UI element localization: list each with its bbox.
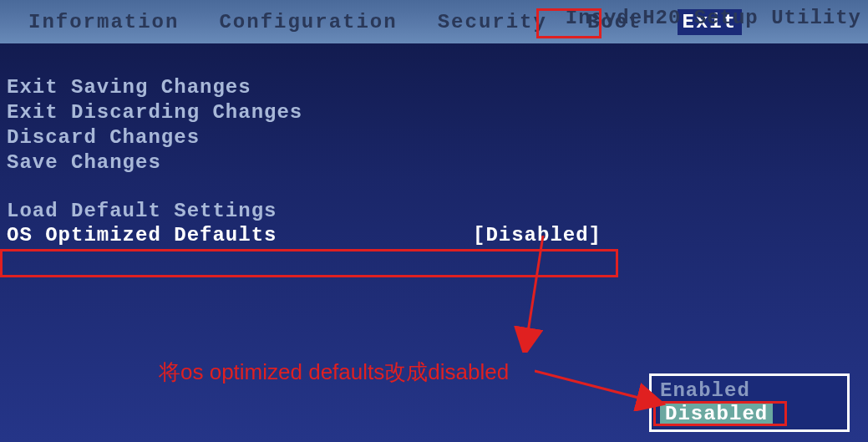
tab-information[interactable]: Information	[23, 9, 184, 35]
menu-save-changes[interactable]: Save Changes	[5, 150, 868, 175]
utility-title: InsydeH20 Setup Utility	[566, 7, 861, 29]
popup-option-disabled[interactable]: Disabled	[660, 403, 773, 426]
os-optimized-label: OS Optimized Defaults	[5, 224, 473, 246]
menu-os-optimized-defaults[interactable]: OS Optimized Defaults [Disabled]	[5, 224, 868, 246]
svg-line-0	[526, 236, 543, 343]
annotation-box-os-optimized	[0, 249, 618, 277]
annotation-arrow-down-icon	[501, 236, 568, 353]
menu-exit-saving[interactable]: Exit Saving Changes	[5, 75, 868, 100]
menu-discard-changes[interactable]: Discard Changes	[5, 125, 868, 150]
menu-exit-discarding[interactable]: Exit Discarding Changes	[5, 100, 868, 125]
menu-load-defaults[interactable]: Load Default Settings	[5, 199, 868, 224]
bios-menubar: Information Configuration Security Boot …	[0, 0, 868, 43]
svg-line-1	[535, 371, 652, 401]
option-popup: Enabled Disabled	[649, 373, 850, 432]
os-optimized-value: [Disabled]	[473, 224, 602, 246]
popup-option-enabled[interactable]: Enabled	[657, 379, 842, 403]
exit-menu-content: Exit Saving Changes Exit Discarding Chan…	[0, 43, 868, 246]
annotation-instruction-text: 将os optimized defaults改成disabled	[159, 358, 509, 387]
tab-configuration[interactable]: Configuration	[214, 9, 402, 35]
spacer	[5, 175, 868, 199]
tab-security[interactable]: Security	[433, 9, 552, 35]
annotation-arrow-right-icon	[535, 361, 668, 411]
